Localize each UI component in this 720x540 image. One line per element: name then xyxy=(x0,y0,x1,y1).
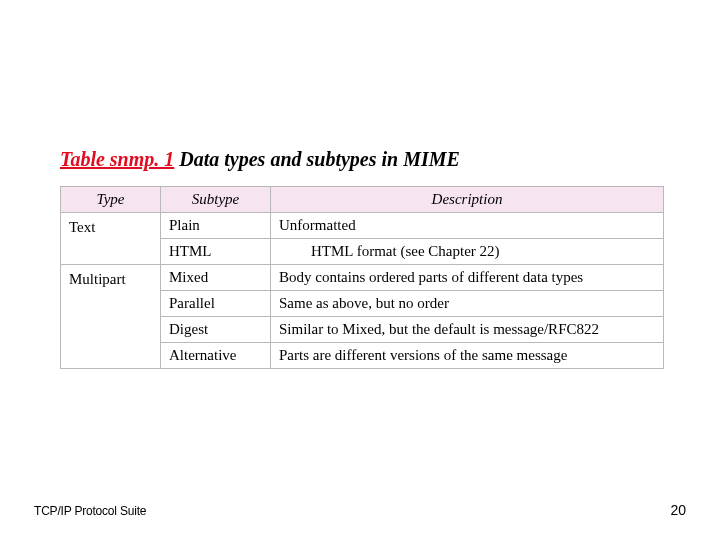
title-text: Data types and subtypes in MIME xyxy=(174,148,460,170)
col-header-description: Description xyxy=(271,187,664,213)
mime-table-container: Type Subtype Description Text Plain Unfo… xyxy=(60,186,664,369)
cell-description: Similar to Mixed, but the default is mes… xyxy=(271,317,664,343)
cell-description: Unformatted xyxy=(271,213,664,239)
footer-text: TCP/IP Protocol Suite xyxy=(34,504,146,518)
cell-subtype: Mixed xyxy=(161,265,271,291)
table-header-row: Type Subtype Description xyxy=(61,187,664,213)
col-header-type: Type xyxy=(61,187,161,213)
cell-subtype: Alternative xyxy=(161,343,271,369)
cell-subtype: Parallel xyxy=(161,291,271,317)
cell-subtype: Plain xyxy=(161,213,271,239)
mime-types-table: Type Subtype Description Text Plain Unfo… xyxy=(60,186,664,369)
table-row: Multipart Mixed Body contains ordered pa… xyxy=(61,265,664,291)
col-header-subtype: Subtype xyxy=(161,187,271,213)
slide: Table snmp. 1 Data types and subtypes in… xyxy=(0,0,720,540)
table-row: Text Plain Unformatted xyxy=(61,213,664,239)
cell-description: HTML format (see Chapter 22) xyxy=(271,239,664,265)
cell-subtype: HTML xyxy=(161,239,271,265)
cell-subtype: Digest xyxy=(161,317,271,343)
cell-description: Parts are different versions of the same… xyxy=(271,343,664,369)
cell-type: Multipart xyxy=(61,265,161,369)
page-number: 20 xyxy=(670,502,686,518)
cell-description: Same as above, but no order xyxy=(271,291,664,317)
cell-type: Text xyxy=(61,213,161,265)
table-reference: Table snmp. 1 xyxy=(60,148,174,170)
cell-description: Body contains ordered parts of different… xyxy=(271,265,664,291)
slide-title: Table snmp. 1 Data types and subtypes in… xyxy=(60,148,460,171)
